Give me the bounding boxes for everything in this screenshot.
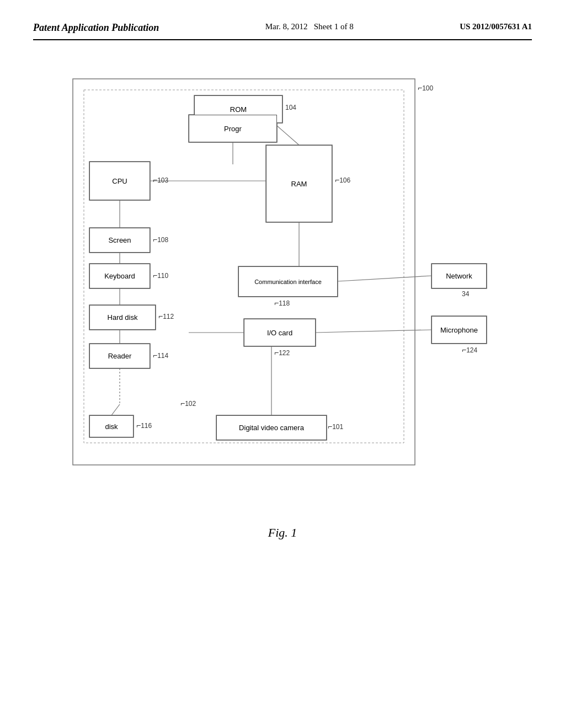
dvc-box: Digital video camera: [216, 415, 327, 440]
microphone-box: Microphone: [431, 316, 487, 344]
keyboard-ref: ⌐110: [153, 271, 168, 280]
ram-box: RAM: [266, 145, 332, 222]
publication-title: Patent Application Publication: [33, 22, 159, 34]
diagram-container: ROM 104 Progr CPU ⌐103 RAM ⌐106: [33, 73, 532, 504]
svg-line-29: [111, 404, 120, 415]
reader-box: Reader: [89, 344, 150, 368]
progr-box: Progr: [189, 115, 277, 142]
comm-iface-label: Communication interface: [254, 279, 322, 285]
keyboard-label: Keyboard: [104, 272, 135, 280]
screen-label: Screen: [108, 236, 131, 244]
svg-line-27: [316, 330, 431, 333]
svg-line-17: [277, 126, 299, 145]
svg-line-26: [338, 276, 431, 281]
reader-ref: ⌐114: [153, 351, 168, 360]
reader-label: Reader: [108, 352, 132, 360]
publication-date-sheet: Mar. 8, 2012 Sheet 1 of 8: [265, 22, 354, 31]
network-box: Network: [431, 264, 487, 288]
rom-label: ROM: [230, 105, 247, 114]
microphone-ref: ⌐124: [462, 345, 477, 354]
ram-ref: ⌐106: [335, 175, 350, 184]
figure-1-diagram: ROM 104 Progr CPU ⌐103 RAM ⌐106: [56, 73, 509, 504]
progr-label: Progr: [224, 125, 242, 133]
outer-ref: ⌐100: [418, 83, 433, 92]
rom-ref: 104: [285, 104, 296, 111]
network-label: Network: [446, 272, 472, 280]
comm-iface-box: Communication interface: [238, 266, 338, 297]
harddisk-ref: ⌐112: [158, 312, 174, 320]
dvc-ref: ⌐101: [328, 422, 343, 431]
sheet-info: Sheet 1 of 8: [314, 22, 354, 31]
disk-box: disk: [89, 415, 134, 437]
cpu-box: CPU: [89, 162, 150, 200]
page: Patent Application Publication Mar. 8, 2…: [0, 0, 565, 728]
comm-iface-ref: ⌐118: [274, 298, 290, 307]
io-card-box: I/O card: [244, 319, 316, 346]
screen-box: Screen: [89, 228, 150, 253]
keyboard-box: Keyboard: [89, 264, 150, 288]
harddisk-label: Hard disk: [108, 313, 138, 322]
page-header: Patent Application Publication Mar. 8, 2…: [33, 22, 532, 40]
disk-ref: ⌐116: [136, 421, 152, 430]
cpu-ref: ⌐103: [153, 175, 168, 184]
io-card-ref: ⌐122: [274, 348, 290, 357]
io-card-label: I/O card: [267, 329, 292, 337]
figure-caption: Fig. 1: [33, 526, 532, 540]
cpu-label: CPU: [112, 177, 127, 185]
screen-ref: ⌐108: [153, 235, 168, 244]
harddisk-box: Hard disk: [89, 305, 156, 330]
disk-label: disk: [105, 422, 118, 431]
network-ref: 34: [462, 290, 469, 298]
dvc-label: Digital video camera: [239, 424, 304, 432]
microphone-label: Microphone: [440, 326, 478, 334]
ram-label: RAM: [291, 180, 307, 188]
main-unit-ref: ⌐102: [180, 399, 196, 408]
publication-date: Mar. 8, 2012: [265, 22, 308, 31]
patent-number: US 2012/0057631 A1: [460, 22, 532, 31]
